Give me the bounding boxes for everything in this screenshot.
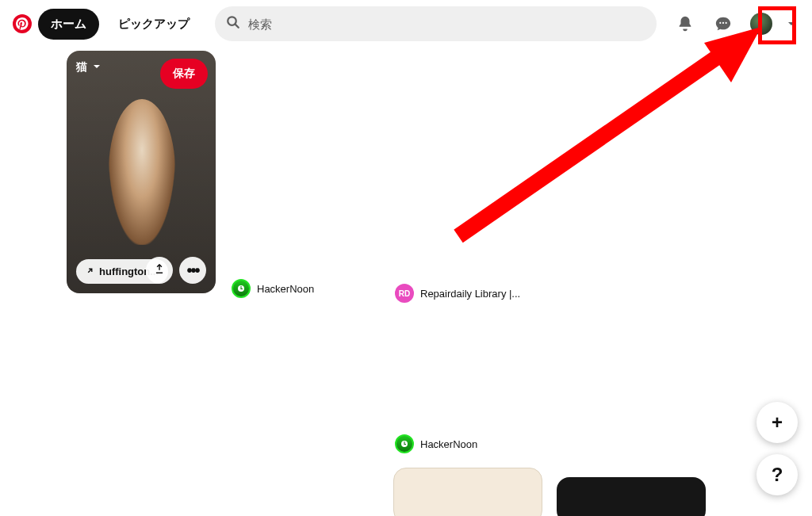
svg-rect-16 — [404, 441, 405, 445]
pin-cat-jumping[interactable]: 猫 保存 huffington... ••• — [67, 51, 216, 293]
board-select-label: 猫 — [76, 60, 87, 75]
more-icon: ••• — [186, 262, 198, 280]
notifications-icon[interactable] — [669, 8, 701, 40]
share-icon — [154, 263, 165, 277]
account-menu-chevron-icon[interactable] — [783, 19, 799, 29]
create-fab[interactable]: + — [756, 402, 798, 443]
messages-icon[interactable] — [707, 8, 739, 40]
pin-attribution-hackernoon-1[interactable]: HackerNoon — [232, 279, 314, 298]
attribution-label: Repairdaily Library |... — [420, 288, 520, 300]
attribution-label: HackerNoon — [420, 438, 477, 450]
svg-line-1 — [236, 25, 239, 28]
nav-explore[interactable]: ピックアップ — [105, 9, 202, 40]
chevron-down-icon — [92, 61, 102, 74]
avatar-hackernoon — [232, 279, 251, 298]
avatar-hackernoon — [395, 434, 414, 453]
avatar-image — [750, 13, 772, 35]
attribution-label: HackerNoon — [257, 283, 314, 295]
help-icon: ? — [772, 464, 783, 486]
external-link-icon — [86, 266, 94, 277]
search-bar[interactable] — [215, 6, 657, 41]
nav-home[interactable]: ホーム — [38, 9, 99, 40]
profile-avatar[interactable] — [745, 8, 777, 40]
search-icon — [226, 15, 240, 32]
pin-attribution-hackernoon-2[interactable]: HackerNoon — [395, 434, 477, 453]
svg-rect-17 — [404, 444, 407, 445]
plus-icon: + — [772, 411, 783, 434]
search-input[interactable] — [248, 17, 645, 31]
pin-dark-partial[interactable] — [557, 477, 706, 516]
share-button[interactable] — [146, 257, 173, 284]
pin-attribution-repairdaily[interactable]: RD Repairdaily Library |... — [395, 284, 520, 303]
more-options-button[interactable]: ••• — [179, 257, 206, 284]
pinterest-logo[interactable] — [13, 14, 32, 33]
svg-rect-4 — [241, 289, 243, 289]
svg-rect-3 — [241, 286, 242, 289]
save-button[interactable]: 保存 — [160, 59, 208, 89]
avatar-repairdaily: RD — [395, 284, 414, 303]
pin-cream-partial[interactable] — [393, 468, 542, 516]
board-select-dropdown[interactable]: 猫 — [76, 60, 102, 75]
header: ホーム ピックアップ — [0, 0, 812, 48]
help-fab[interactable]: ? — [756, 454, 798, 495]
pin-grid: 猫 保存 huffington... ••• HackerNoon RD Rep… — [0, 48, 812, 516]
